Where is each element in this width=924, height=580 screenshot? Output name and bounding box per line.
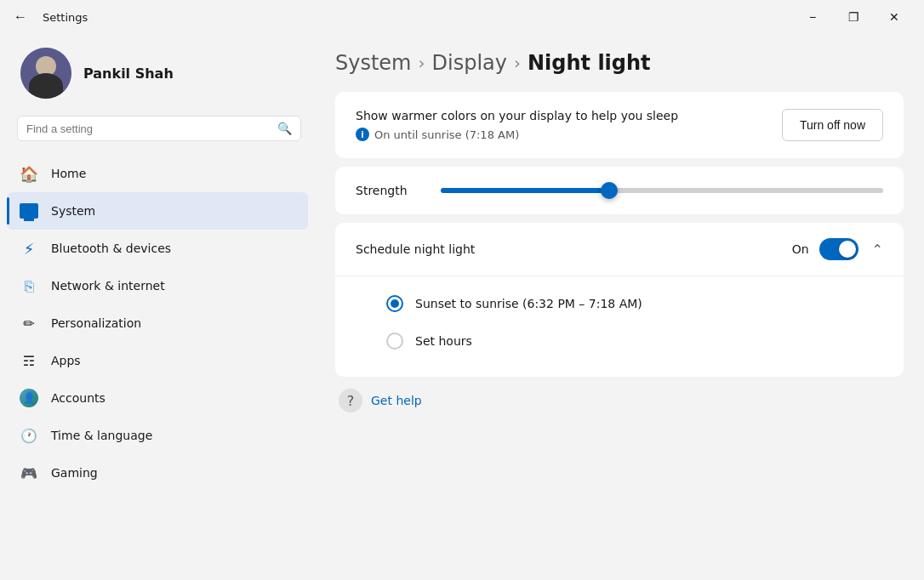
nav-label-personalization: Personalization (51, 316, 141, 330)
schedule-status: On (792, 242, 809, 256)
nav-label-gaming: Gaming (51, 466, 98, 480)
radio-sunset[interactable]: Sunset to sunrise (6:32 PM – 7:18 AM) (386, 285, 870, 322)
time-icon: 🕐 (19, 425, 39, 446)
system-icon (19, 201, 39, 221)
strength-label: Strength (356, 184, 424, 197)
sidebar-item-time[interactable]: 🕐 Time & language (7, 417, 308, 454)
nav-label-bluetooth: Bluetooth & devices (51, 242, 171, 255)
radio-label-custom: Set hours (415, 334, 472, 348)
breadcrumb-sep-2: › (514, 53, 521, 73)
accounts-icon-shape: 👤 (20, 389, 38, 407)
nav-list: 🏠 Home System ⚡ Bluetooth & devices ⎘ (0, 155, 315, 492)
avatar (20, 48, 71, 99)
get-help-link[interactable]: Get help (371, 394, 422, 407)
sidebar-item-accounts[interactable]: 👤 Accounts (7, 379, 308, 417)
search-icon: 🔍 (277, 122, 292, 135)
nav-label-time: Time & language (51, 429, 152, 442)
radio-circle-custom (386, 333, 403, 350)
sidebar-item-apps[interactable]: ☶ Apps (7, 342, 308, 379)
sidebar-item-bluetooth[interactable]: ⚡ Bluetooth & devices (7, 230, 308, 267)
chevron-up-icon: ⌃ (872, 242, 883, 258)
wifi-icon: ⎘ (19, 276, 39, 296)
sidebar-item-system[interactable]: System (7, 192, 308, 230)
info-card-subtitle: i On until sunrise (7:18 AM) (356, 128, 678, 141)
sidebar: Pankil Shah 🔍 🏠 Home System ⚡ (0, 34, 315, 580)
radio-circle-sunset (386, 295, 403, 312)
info-icon: i (356, 128, 369, 141)
pencil-icon: ✏️ (19, 313, 39, 333)
nav-label-system: System (51, 204, 95, 218)
schedule-header[interactable]: Schedule night light On ⌃ (335, 223, 904, 276)
accounts-icon: 👤 (19, 388, 39, 408)
sidebar-item-home[interactable]: 🏠 Home (7, 155, 308, 192)
search-input[interactable] (26, 122, 271, 135)
system-icon-shape (20, 203, 38, 219)
user-profile: Pankil Shah (0, 34, 315, 116)
nav-label-home: Home (51, 167, 86, 180)
info-card-title: Show warmer colors on your display to he… (356, 109, 678, 122)
radio-label-sunset: Sunset to sunrise (6:32 PM – 7:18 AM) (415, 297, 642, 310)
nav-label-network: Network & internet (51, 279, 165, 293)
user-name: Pankil Shah (83, 65, 174, 82)
info-subtitle-text: On until sunrise (7:18 AM) (374, 128, 519, 141)
strength-slider-track (441, 188, 883, 193)
strength-card: Strength (335, 167, 904, 214)
sidebar-item-personalization[interactable]: ✏️ Personalization (7, 304, 308, 342)
info-card-text: Show warmer colors on your display to he… (356, 109, 678, 141)
sidebar-item-gaming[interactable]: 🎮 Gaming (7, 454, 308, 492)
gaming-icon: 🎮 (19, 463, 39, 483)
avatar-image (20, 48, 71, 99)
get-help-row: ? Get help (335, 389, 904, 412)
back-button[interactable]: ← (7, 3, 34, 31)
bluetooth-icon: ⚡ (19, 238, 39, 259)
strength-slider-thumb[interactable] (601, 182, 618, 199)
strength-slider-fill (441, 188, 609, 193)
breadcrumb-current: Night light (528, 51, 651, 75)
toggle-thumb (839, 241, 856, 258)
breadcrumb-display[interactable]: Display (432, 51, 507, 75)
app-container: Pankil Shah 🔍 🏠 Home System ⚡ (0, 34, 924, 580)
info-card: Show warmer colors on your display to he… (335, 92, 904, 158)
help-icon: ? (339, 389, 362, 412)
search-box: 🔍 (17, 116, 301, 141)
strength-slider-container (441, 188, 883, 193)
nav-label-apps: Apps (51, 354, 81, 367)
schedule-card: Schedule night light On ⌃ Sunset to sunr… (335, 223, 904, 377)
breadcrumb-system[interactable]: System (335, 51, 412, 75)
main-content: System › Display › Night light Show warm… (315, 34, 924, 580)
nav-label-accounts: Accounts (51, 391, 106, 405)
close-button[interactable]: ✕ (875, 3, 914, 31)
window-controls: − ❐ ✕ (793, 3, 914, 31)
schedule-header-right: On ⌃ (792, 238, 883, 260)
maximize-button[interactable]: ❐ (834, 3, 873, 31)
breadcrumb: System › Display › Night light (335, 51, 904, 75)
home-icon: 🏠 (19, 163, 39, 184)
minimize-button[interactable]: − (793, 3, 832, 31)
app-title: Settings (43, 11, 88, 24)
apps-icon: ☶ (19, 350, 39, 371)
schedule-options: Sunset to sunrise (6:32 PM – 7:18 AM) Se… (335, 276, 904, 377)
titlebar-left: ← Settings (7, 3, 88, 31)
radio-custom[interactable]: Set hours (386, 322, 870, 360)
schedule-label: Schedule night light (356, 242, 475, 256)
breadcrumb-sep-1: › (419, 53, 425, 73)
schedule-toggle[interactable] (819, 238, 858, 260)
turn-off-button[interactable]: Turn off now (782, 109, 883, 141)
titlebar: ← Settings − ❐ ✕ (0, 0, 924, 34)
sidebar-item-network[interactable]: ⎘ Network & internet (7, 267, 308, 304)
